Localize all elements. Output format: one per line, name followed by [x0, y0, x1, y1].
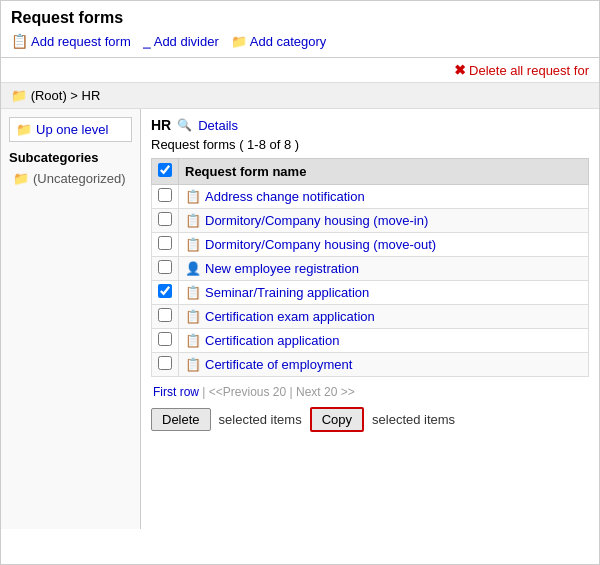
form-name-link[interactable]: 📋Certification application: [185, 333, 582, 348]
form-name-header: Request form name: [179, 159, 589, 185]
folder-icon: 📁: [11, 88, 27, 103]
person-doc-icon: 👤: [185, 261, 201, 276]
row-checkbox-cell: [152, 329, 179, 353]
select-all-header[interactable]: [152, 159, 179, 185]
add-divider-button[interactable]: ⎯ Add divider: [143, 34, 219, 49]
select-all-checkbox[interactable]: [158, 163, 172, 177]
doc-icon: 📋: [185, 333, 201, 348]
page-title: Request forms: [11, 9, 589, 27]
table-row: 📋Dormitory/Company housing (move-out): [152, 233, 589, 257]
section-title: HR: [151, 117, 171, 133]
table-row: 📋Certification exam application: [152, 305, 589, 329]
form-name-link[interactable]: 📋Dormitory/Company housing (move-in): [185, 213, 582, 228]
table-row: 📋Dormitory/Company housing (move-in): [152, 209, 589, 233]
row-checkbox[interactable]: [158, 236, 172, 250]
first-row-link[interactable]: First row: [153, 385, 199, 399]
doc-icon: 📋: [185, 213, 201, 228]
table-row: 📋Certification application: [152, 329, 589, 353]
row-name-cell: 📋Certification application: [179, 329, 589, 353]
row-checkbox-cell: [152, 353, 179, 377]
row-checkbox[interactable]: [158, 212, 172, 226]
row-name-cell: 👤New employee registration: [179, 257, 589, 281]
details-link[interactable]: Details: [198, 118, 238, 133]
delete-all-button[interactable]: ✖ Delete all request for: [454, 62, 589, 78]
row-name-cell: 📋Seminar/Training application: [179, 281, 589, 305]
content-area: HR 🔍 Details Request forms ( 1-8 of 8 ) …: [141, 109, 599, 529]
row-checkbox-cell: [152, 281, 179, 305]
row-checkbox-cell: [152, 185, 179, 209]
details-icon: 🔍: [177, 118, 192, 132]
toolbar: 📋 Add request form ⎯ Add divider 📁 Add c…: [11, 33, 589, 49]
uncategorized-item: 📁 (Uncategorized): [9, 169, 132, 188]
row-checkbox-cell: [152, 305, 179, 329]
subcategories-label: Subcategories: [9, 150, 132, 165]
forms-table: Request form name 📋Address change notifi…: [151, 158, 589, 377]
row-checkbox[interactable]: [158, 260, 172, 274]
up-one-level-button[interactable]: 📁 Up one level: [9, 117, 132, 142]
bottom-actions: Delete selected items Copy selected item…: [151, 407, 589, 436]
row-name-cell: 📋Dormitory/Company housing (move-in): [179, 209, 589, 233]
form-count: Request forms ( 1-8 of 8 ): [151, 137, 589, 152]
doc-icon: 📋: [185, 237, 201, 252]
table-row: 👤New employee registration: [152, 257, 589, 281]
form-name-link[interactable]: 📋Certificate of employment: [185, 357, 582, 372]
form-name-link[interactable]: 👤New employee registration: [185, 261, 582, 276]
row-checkbox[interactable]: [158, 332, 172, 346]
page-header: Request forms 📋 Add request form ⎯ Add d…: [1, 1, 599, 58]
doc-icon: 📋: [185, 285, 201, 300]
doc-icon: 📋: [185, 357, 201, 372]
selected-after-text: selected items: [372, 412, 455, 427]
doc-icon: 📋: [185, 189, 201, 204]
next-page-link[interactable]: Next 20 >>: [296, 385, 355, 399]
row-checkbox-cell: [152, 209, 179, 233]
add-category-icon: 📁: [231, 34, 247, 49]
doc-icon: 📋: [185, 309, 201, 324]
table-row: 📋Seminar/Training application: [152, 281, 589, 305]
row-name-cell: 📋Address change notification: [179, 185, 589, 209]
add-form-button[interactable]: 📋 Add request form: [11, 33, 131, 49]
prev-page-link[interactable]: <<Previous 20: [209, 385, 286, 399]
form-name-link[interactable]: 📋Seminar/Training application: [185, 285, 582, 300]
row-checkbox-cell: [152, 257, 179, 281]
delete-button[interactable]: Delete: [151, 408, 211, 431]
row-checkbox[interactable]: [158, 188, 172, 202]
add-category-button[interactable]: 📁 Add category: [231, 34, 327, 49]
up-folder-icon: 📁: [16, 122, 32, 137]
main-layout: 📁 Up one level Subcategories 📁 (Uncatego…: [1, 109, 599, 529]
selected-before-text: selected items: [219, 412, 302, 427]
form-name-link[interactable]: 📋Certification exam application: [185, 309, 582, 324]
add-divider-icon: ⎯: [143, 34, 151, 49]
copy-button[interactable]: Copy: [310, 407, 364, 432]
row-name-cell: 📋Dormitory/Company housing (move-out): [179, 233, 589, 257]
row-name-cell: 📋Certification exam application: [179, 305, 589, 329]
sidebar: 📁 Up one level Subcategories 📁 (Uncatego…: [1, 109, 141, 529]
add-form-icon: 📋: [11, 33, 28, 49]
form-name-link[interactable]: 📋Address change notification: [185, 189, 582, 204]
row-checkbox-cell: [152, 233, 179, 257]
form-name-link[interactable]: 📋Dormitory/Company housing (move-out): [185, 237, 582, 252]
content-header: HR 🔍 Details: [151, 117, 589, 133]
table-row: 📋Certificate of employment: [152, 353, 589, 377]
row-checkbox[interactable]: [158, 284, 172, 298]
page-container: Request forms 📋 Add request form ⎯ Add d…: [0, 0, 600, 565]
row-checkbox[interactable]: [158, 356, 172, 370]
uncategorized-folder-icon: 📁: [13, 171, 29, 186]
delete-all-icon: ✖: [454, 62, 466, 78]
delete-all-bar: ✖ Delete all request for: [1, 58, 599, 83]
table-row: 📋Address change notification: [152, 185, 589, 209]
breadcrumb: 📁 (Root) > HR: [1, 83, 599, 109]
pagination: First row | <<Previous 20 | Next 20 >>: [151, 385, 589, 399]
row-checkbox[interactable]: [158, 308, 172, 322]
row-name-cell: 📋Certificate of employment: [179, 353, 589, 377]
